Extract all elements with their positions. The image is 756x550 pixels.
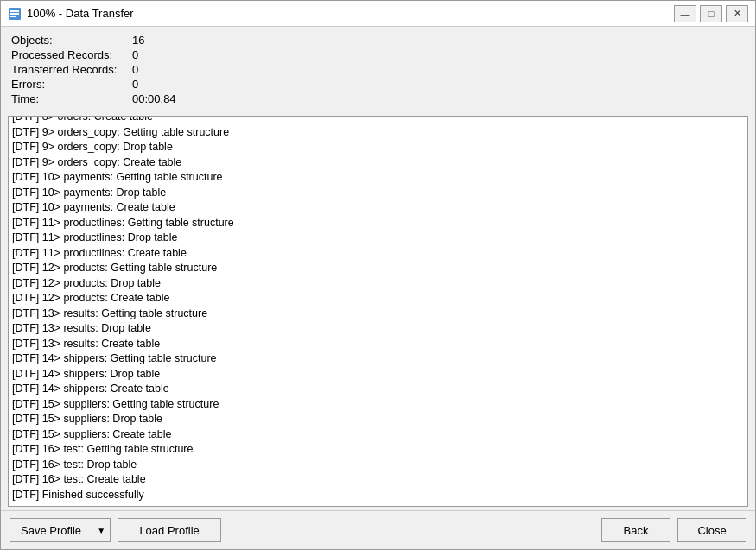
log-line: [DTF] 10> payments: Create table — [12, 200, 744, 216]
title-bar: 100% - Data Transfer — □ ✕ — [1, 1, 755, 27]
time-label: Time: — [11, 92, 132, 105]
window-title: 100% - Data Transfer — [27, 7, 134, 20]
log-line: [DTF] 14> shippers: Create table — [12, 382, 744, 397]
time-value: 00:00.84 — [132, 92, 745, 105]
save-profile-button[interactable]: Save Profile — [10, 518, 92, 542]
objects-value: 16 — [132, 34, 745, 47]
log-line: [DTF] 9> orders_copy: Create table — [12, 155, 744, 171]
app-icon — [8, 7, 22, 21]
log-area[interactable]: [DTF] 8> orders: Getting table structure… — [8, 116, 748, 507]
svg-rect-2 — [10, 13, 19, 15]
footer: Save Profile ▼ Load Profile Back Close — [1, 510, 755, 549]
processed-value: 0 — [132, 48, 745, 61]
log-line: [DTF] 11> productlines: Create table — [12, 246, 744, 262]
log-line: [DTF] 9> orders_copy: Getting table stru… — [12, 125, 744, 141]
log-line: [DTF] 12> products: Drop table — [12, 276, 744, 292]
log-line: [DTF] 13> results: Getting table structu… — [12, 307, 744, 322]
maximize-button[interactable]: □ — [700, 5, 722, 22]
log-line: [DTF] 9> orders_copy: Drop table — [12, 140, 744, 155]
log-line: [DTF] 11> productlines: Drop table — [12, 231, 744, 246]
processed-label: Processed Records: — [11, 48, 132, 61]
svg-rect-1 — [10, 10, 19, 12]
log-line: [DTF] 14> shippers: Getting table struct… — [12, 351, 744, 367]
log-line: [DTF] 12> products: Getting table struct… — [12, 261, 744, 276]
errors-label: Errors: — [11, 78, 132, 91]
footer-left: Save Profile ▼ Load Profile — [10, 518, 221, 542]
log-line: [DTF] 10> payments: Getting table struct… — [12, 170, 744, 186]
load-profile-button[interactable]: Load Profile — [118, 518, 221, 542]
log-line: [DTF] 14> shippers: Drop table — [12, 367, 744, 382]
log-line: [DTF] 13> results: Drop table — [12, 321, 744, 337]
transferred-value: 0 — [132, 63, 745, 76]
log-line: [DTF] Finished successfully — [12, 488, 744, 503]
log-line: [DTF] 15> suppliers: Create table — [12, 427, 744, 443]
log-line: [DTF] 8> orders: Create table — [12, 116, 744, 125]
objects-label: Objects: — [11, 34, 132, 47]
footer-right: Back Close — [601, 518, 746, 542]
close-button[interactable]: Close — [677, 518, 746, 542]
close-window-button[interactable]: ✕ — [726, 5, 748, 22]
log-line: [DTF] 16> test: Getting table structure — [12, 442, 744, 458]
minimize-button[interactable]: — — [674, 5, 696, 22]
log-line: [DTF] 15> suppliers: Drop table — [12, 412, 744, 427]
stats-panel: Objects: 16 Processed Records: 0 Transfe… — [1, 27, 755, 112]
log-line: [DTF] 11> productlines: Getting table st… — [12, 216, 744, 231]
log-line: [DTF] 16> test: Drop table — [12, 458, 744, 473]
title-bar-controls: — □ ✕ — [674, 5, 748, 22]
back-button[interactable]: Back — [601, 518, 670, 542]
log-line: [DTF] 10> payments: Drop table — [12, 186, 744, 201]
transferred-label: Transferred Records: — [11, 63, 132, 76]
log-line: [DTF] 15> suppliers: Getting table struc… — [12, 397, 744, 413]
log-line: [DTF] 16> test: Create table — [12, 472, 744, 488]
log-line: [DTF] 13> results: Create table — [12, 337, 744, 352]
svg-rect-3 — [10, 16, 16, 17]
log-line: [DTF] 12> products: Create table — [12, 291, 744, 307]
errors-value: 0 — [132, 78, 745, 91]
title-bar-left: 100% - Data Transfer — [8, 7, 134, 21]
main-window: 100% - Data Transfer — □ ✕ Objects: 16 P… — [0, 0, 756, 550]
save-profile-dropdown-button[interactable]: ▼ — [92, 518, 111, 542]
